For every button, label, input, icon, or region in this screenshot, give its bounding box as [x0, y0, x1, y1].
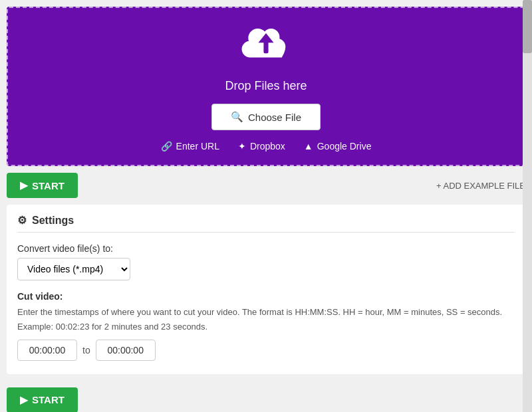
play-icon: ▶	[20, 179, 28, 191]
search-icon: 🔍	[231, 111, 243, 123]
start-button-bottom[interactable]: ▶ START	[7, 387, 78, 413]
bottom-toolbar: ▶ START	[0, 381, 532, 413]
upload-cloud-icon	[239, 24, 293, 72]
settings-gear-icon: ⚙	[17, 214, 27, 227]
cut-video-example: Example: 00:02:23 for 2 minutes and 23 s…	[17, 322, 515, 332]
settings-panel: ⚙ Settings Convert video file(s) to: Vid…	[7, 205, 525, 374]
google-drive-link[interactable]: ▲ Google Drive	[304, 141, 372, 152]
start-label-bottom: START	[32, 394, 65, 405]
start-label-top: START	[32, 180, 65, 191]
play-icon-bottom: ▶	[20, 394, 28, 406]
time-separator: to	[82, 345, 90, 356]
convert-format-row: Convert video file(s) to: Video files (*…	[17, 243, 515, 280]
dropbox-icon: ✦	[238, 141, 246, 152]
time-range-row: to	[17, 340, 515, 361]
choose-file-button[interactable]: 🔍 Choose File	[211, 104, 321, 130]
cut-video-title: Cut video:	[17, 291, 515, 302]
svg-rect-0	[263, 42, 268, 54]
enter-url-link[interactable]: 🔗 Enter URL	[161, 141, 219, 152]
top-toolbar: ▶ START + ADD EXAMPLE FILE	[0, 166, 532, 205]
link-icon: 🔗	[161, 141, 172, 152]
cut-end-input[interactable]	[96, 340, 156, 361]
google-drive-icon: ▲	[304, 141, 313, 152]
page-wrapper: Drop Files here 🔍 Choose File 🔗 Enter UR…	[0, 0, 532, 412]
dropbox-link[interactable]: ✦ Dropbox	[238, 141, 285, 152]
convert-label: Convert video file(s) to:	[17, 243, 515, 254]
source-links-row: 🔗 Enter URL ✦ Dropbox ▲ Google Drive	[161, 141, 372, 152]
cut-video-description: Enter the timestamps of where you want t…	[17, 306, 515, 319]
scrollbar-track	[523, 0, 532, 412]
choose-file-label: Choose File	[248, 112, 301, 123]
drop-zone[interactable]: Drop Files here 🔍 Choose File 🔗 Enter UR…	[7, 7, 525, 166]
dropbox-label: Dropbox	[250, 141, 285, 152]
settings-header: ⚙ Settings	[17, 214, 515, 233]
settings-title: Settings	[32, 215, 74, 227]
google-drive-label: Google Drive	[317, 141, 372, 152]
add-example-label: + ADD EXAMPLE FILE	[436, 181, 525, 191]
cut-video-section: Cut video: Enter the timestamps of where…	[17, 291, 515, 361]
scrollbar-thumb[interactable]	[523, 0, 532, 53]
start-button-top[interactable]: ▶ START	[7, 173, 78, 198]
format-select[interactable]: Video files (*.mp4) Video files (*.avi) …	[17, 258, 130, 280]
drop-files-text: Drop Files here	[225, 79, 307, 93]
main-content: Drop Files here 🔍 Choose File 🔗 Enter UR…	[0, 0, 532, 412]
enter-url-label: Enter URL	[176, 141, 219, 152]
add-example-file-link[interactable]: + ADD EXAMPLE FILE	[436, 181, 525, 191]
cut-start-input[interactable]	[17, 340, 77, 361]
